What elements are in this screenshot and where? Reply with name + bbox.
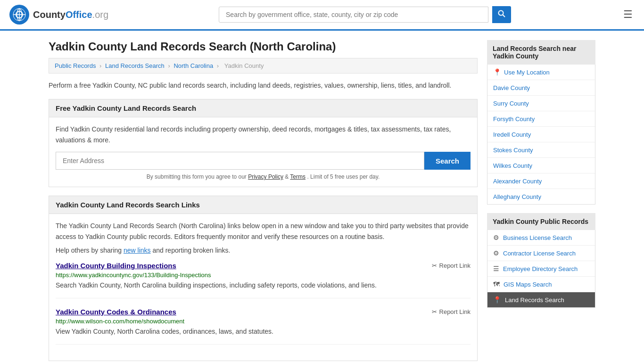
gear-icon-2: ⚙ [493,249,499,257]
alleghany-county-link[interactable]: Alleghany County [493,193,541,200]
nearby-county-forsyth[interactable]: Forsyth County [487,111,595,127]
nearby-county-alexander[interactable]: Alexander County [487,173,595,189]
page-description: Perform a free Yadkin County, NC public … [49,80,478,90]
breadcrumb: Public Records › Land Records Search › N… [49,58,478,74]
free-search-body: Find Yadkin County residential land reco… [49,117,477,187]
link-entry-2-header: Yadkin County Codes & Ordinances ✂ Repor… [56,308,471,316]
header-search-input[interactable] [219,7,488,23]
alexander-county-link[interactable]: Alexander County [493,178,542,185]
header-search-button[interactable] [492,6,511,23]
links-intro: The Yadkin County Land Records Search (N… [56,221,471,242]
privacy-policy-link[interactable]: Privacy Policy [248,173,283,180]
sidebar: Land Records Search near Yadkin County 📍… [487,40,595,362]
free-search-description: Find Yadkin County residential land reco… [56,124,471,145]
stokes-county-link[interactable]: Stokes County [493,147,533,154]
share-end: and reporting broken links. [152,247,230,254]
link-entry-1-title: Yadkin County Building Inspections [56,262,176,270]
form-notice: By submitting this form you agree to our… [56,173,471,180]
gear-icon-1: ⚙ [493,234,499,241]
hamburger-menu-icon[interactable]: ☰ [621,7,635,23]
content-area: Yadkin County Land Records Search (North… [49,40,478,362]
logo-area: CountyOffice.org [9,5,108,25]
forsyth-county-link[interactable]: Forsyth County [493,115,535,123]
link-entry-1-header: Yadkin County Building Inspections ✂ Rep… [56,262,471,270]
breadcrumb-sep-2: › [168,62,170,69]
main-container: Yadkin County Land Records Search (North… [39,31,605,362]
iredell-county-link[interactable]: Iredell County [493,131,531,138]
surry-county-link[interactable]: Surry County [493,100,529,107]
new-links-label: new links [124,247,151,254]
report-icon-2: ✂ [432,308,437,315]
link-entry-2: Yadkin County Codes & Ordinances ✂ Repor… [56,308,471,345]
nearby-county-iredell[interactable]: Iredell County [487,127,595,142]
links-section-header: Yadkin County Land Records Search Links [49,196,477,214]
link-entry-1-desc: Search Yadkin County, North Carolina bui… [56,280,471,290]
nearby-county-stokes[interactable]: Stokes County [487,142,595,158]
free-search-header: Free Yadkin County Land Records Search [49,99,477,117]
nearby-county-wilkes[interactable]: Wilkes County [487,158,595,173]
share-text: Help others by sharing [56,247,122,254]
employee-directory-link[interactable]: Employee Directory Search [503,265,578,272]
logo-text: CountyOffice.org [33,9,108,20]
link-entry-1-url: https://www.yadkincountync.gov/133/Build… [56,272,471,279]
use-my-location-item[interactable]: 📍 Use My Location [487,65,595,80]
link-entry-2-title: Yadkin County Codes & Ordinances [56,308,176,316]
logo-office: Office [66,9,92,20]
limit-notice: . Limit of 5 free uses per day. [307,173,380,180]
gis-maps-link[interactable]: GIS Maps Search [504,281,552,288]
public-records-section: Yadkin County Public Records ⚙ Business … [487,213,595,308]
free-search-section: Free Yadkin County Land Records Search F… [49,99,478,187]
pin-icon: 📍 [493,68,501,76]
report-link-1[interactable]: ✂ Report Link [432,262,471,269]
nearby-section: Land Records Search near Yadkin County 📍… [487,40,595,205]
business-license-link[interactable]: Business License Search [503,234,572,241]
report-icon-1: ✂ [432,262,437,269]
nearby-county-alleghany[interactable]: Alleghany County [487,189,595,204]
share-line: Help others by sharing new links and rep… [56,247,471,254]
link-entry-1-link[interactable]: Yadkin County Building Inspections [56,262,176,270]
address-input[interactable] [56,152,424,170]
privacy-label: Privacy Policy [248,173,283,180]
pr-employee-directory[interactable]: ☰ Employee Directory Search [487,261,595,277]
header-search-form [219,6,511,23]
davie-county-link[interactable]: Davie County [493,84,530,91]
address-search-button[interactable]: Search [424,152,471,170]
pr-gis-maps[interactable]: 🗺 GIS Maps Search [487,277,595,292]
breadcrumb-yadkin-county: Yadkin County [224,62,264,69]
wilkes-county-link[interactable]: Wilkes County [493,162,532,169]
land-records-link[interactable]: Land Records Search [505,296,564,304]
nearby-section-header: Land Records Search near Yadkin County [487,40,595,65]
terms-link[interactable]: Terms [290,173,305,180]
pr-land-records[interactable]: 📍 Land Records Search [487,292,595,307]
page-title: Yadkin County Land Records Search (North… [49,40,478,53]
form-notice-text: By submitting this form you agree to our [147,173,247,180]
breadcrumb-land-records[interactable]: Land Records Search [105,62,165,69]
nearby-county-surry[interactable]: Surry County [487,96,595,111]
use-my-location-link[interactable]: Use My Location [504,69,550,76]
nearby-county-davie[interactable]: Davie County [487,80,595,96]
breadcrumb-north-carolina[interactable]: North Carolina [173,62,213,69]
and-label: & [285,173,290,180]
links-section: Yadkin County Land Records Search Links … [49,196,478,361]
terms-label: Terms [290,173,305,180]
link-entry-2-desc: View Yadkin County, North Carolina codes… [56,327,471,337]
breadcrumb-sep-3: › [217,62,219,69]
link-entry-2-link[interactable]: Yadkin County Codes & Ordinances [56,308,176,316]
svg-point-5 [499,11,504,16]
report-link-2[interactable]: ✂ Report Link [432,308,471,315]
svg-line-6 [503,15,505,17]
link-entry-1: Yadkin County Building Inspections ✂ Rep… [56,262,471,298]
pr-business-license[interactable]: ⚙ Business License Search [487,230,595,246]
link-entry-2-url: http://www.wilson-co.com/home/showdocume… [56,318,471,325]
address-search-form: Search [56,152,471,170]
report-label-1: Report Link [439,262,471,269]
list-icon: ☰ [493,265,499,272]
public-records-list: ⚙ Business License Search ⚙ Contractor L… [487,230,595,308]
pr-contractor-license[interactable]: ⚙ Contractor License Search [487,246,595,261]
nearby-county-list: 📍 Use My Location Davie County Surry Cou… [487,65,595,205]
links-section-body: The Yadkin County Land Records Search (N… [49,214,477,361]
logo-icon [9,5,29,25]
new-links-link[interactable]: new links [124,247,151,254]
contractor-license-link[interactable]: Contractor License Search [503,250,576,257]
breadcrumb-public-records[interactable]: Public Records [55,62,96,69]
